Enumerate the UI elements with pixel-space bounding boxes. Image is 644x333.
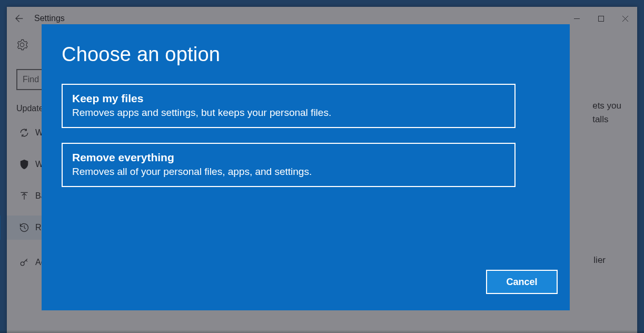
option-title: Remove everything [72,151,505,164]
option-keep-my-files[interactable]: Keep my files Removes apps and settings,… [62,84,516,128]
dialog-options: Keep my files Removes apps and settings,… [42,66,570,187]
cancel-button[interactable]: Cancel [486,270,558,294]
option-title: Keep my files [72,92,505,105]
cancel-label: Cancel [506,277,537,288]
option-description: Removes apps and settings, but keeps you… [72,107,505,119]
dialog-title: Choose an option [42,24,570,66]
bottom-shadow [0,330,644,333]
option-remove-everything[interactable]: Remove everything Removes all of your pe… [62,143,516,187]
option-description: Removes all of your personal files, apps… [72,166,505,178]
reset-pc-dialog: Choose an option Keep my files Removes a… [42,24,570,310]
